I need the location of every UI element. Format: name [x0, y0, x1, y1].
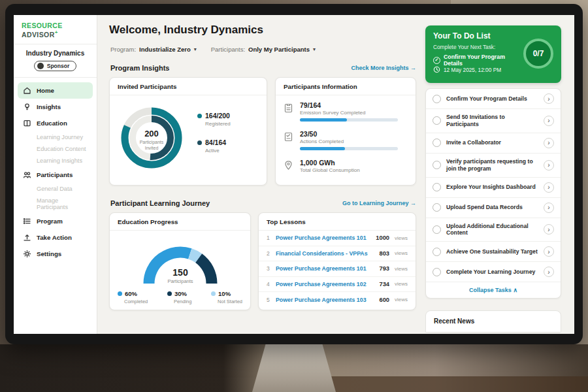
chevron-down-icon[interactable]: ▾ — [313, 46, 316, 52]
task-chevron-icon[interactable]: › — [544, 138, 554, 148]
task-checkbox[interactable] — [433, 139, 441, 147]
todo-progress-badge: 0/7 — [523, 39, 553, 69]
task-checkbox[interactable] — [433, 203, 441, 212]
sidebar-item-learning-insights[interactable]: Learning Insights — [18, 155, 93, 167]
stat-row-emission-survey: 79/164 Emission Survey Completed — [284, 101, 398, 122]
stat-value: 23/50 — [300, 130, 398, 138]
link-label: Check More Insights — [351, 65, 408, 71]
legend-label: Completed — [124, 299, 148, 304]
task-row[interactable]: Upload Spend Data Records › — [426, 198, 561, 218]
task-row[interactable]: Upload Additional Educational Content › — [426, 218, 561, 242]
logo-part-resource: RESOURCE — [22, 22, 63, 29]
stat-label: Total Global Consumption — [300, 167, 360, 173]
lesson-link[interactable]: Power Purchase Agreements 101 — [276, 235, 376, 241]
task-checkbox[interactable] — [433, 248, 441, 256]
sidebar-item-settings[interactable]: Settings — [18, 246, 93, 262]
sidebar-item-learning-journey[interactable]: Learning Journey — [18, 131, 93, 143]
sidebar-item-manage-participants[interactable]: Manage Participants — [18, 195, 93, 213]
gauge-center-value: 150 — [172, 267, 188, 278]
sidebar-item-label: Education — [37, 120, 67, 127]
lesson-rank: 3 — [267, 265, 276, 272]
task-checkbox[interactable] — [433, 95, 441, 103]
task-chevron-icon[interactable]: › — [544, 203, 554, 213]
lesson-link[interactable]: Financial Considerations - VPPAs — [276, 250, 379, 257]
task-row[interactable]: Confirm Your Program Details › — [426, 89, 561, 109]
task-chevron-icon[interactable]: › — [544, 116, 554, 126]
sidebar-item-education[interactable]: Education — [18, 115, 93, 131]
stat-row-consumption: 1,000 GWh Total Global Consumption — [284, 159, 360, 173]
task-checkbox[interactable] — [433, 116, 441, 125]
task-label: Explore Your Insights Dashboard — [446, 184, 538, 191]
stat-value: 1,000 GWh — [300, 159, 360, 167]
task-row[interactable]: Verify participants requesting to join t… — [426, 154, 561, 178]
task-checkbox[interactable] — [433, 183, 441, 191]
card-title: Top Lessons — [259, 213, 416, 231]
stat-label: Emission Survey Completed — [300, 110, 398, 116]
sponsor-badge: Sponsor — [34, 61, 76, 71]
sidebar-item-label: Participants — [37, 171, 73, 178]
lesson-views-label: views — [392, 235, 408, 241]
lesson-link[interactable]: Power Purchase Agreements 101 — [276, 265, 379, 272]
legend-value: 164/200 — [205, 112, 230, 120]
legend-value: 10% — [218, 290, 231, 297]
task-checkbox[interactable] — [433, 225, 441, 234]
sidebar-item-participants[interactable]: Participants — [18, 167, 93, 183]
lesson-views: 1000 — [376, 235, 389, 241]
check-more-insights-link[interactable]: Check More Insights → — [351, 65, 416, 71]
legend-label: Active — [205, 148, 231, 154]
task-checkbox[interactable] — [433, 268, 441, 276]
sidebar-item-take-action[interactable]: Take Action — [18, 229, 93, 246]
task-checkbox[interactable] — [433, 161, 441, 169]
sidebar-item-insights[interactable]: Insights — [18, 99, 93, 115]
lesson-link[interactable]: Power Purchase Agreements 102 — [276, 281, 379, 287]
sponsor-icon — [37, 63, 44, 69]
card-title: Education Progress — [110, 213, 250, 231]
task-label: Complete Your Learning Journey — [446, 269, 538, 276]
task-row[interactable]: Achieve One Sustainability Target › — [426, 242, 561, 262]
monitor-stand — [252, 344, 336, 392]
sidebar-item-program[interactable]: Program — [18, 213, 93, 229]
task-label: Confirm Your Program Details — [446, 95, 538, 103]
collapse-caret-icon: ∧ — [513, 287, 517, 293]
chevron-down-icon[interactable]: ▾ — [194, 46, 197, 52]
sidebar-item-education-content[interactable]: Education Content — [18, 143, 93, 155]
lesson-link[interactable]: Power Purchase Agreements 103 — [276, 297, 379, 303]
invited-participants-card: Invited Participants 200 Participants In… — [109, 77, 267, 186]
app-logo: RESOURCE ADVISOR+ — [14, 15, 97, 44]
participants-filter-dropdown[interactable]: Only My Participants — [248, 46, 310, 53]
collapse-tasks-link[interactable]: Collapse Tasks ∧ — [426, 282, 561, 298]
go-to-learning-journey-link[interactable]: Go to Learning Journey → — [342, 200, 416, 206]
task-chevron-icon[interactable]: › — [544, 93, 554, 104]
logo-part-advisor: ADVISOR — [22, 31, 55, 39]
collapse-label: Collapse Tasks — [469, 287, 512, 293]
task-chevron-icon[interactable]: › — [544, 267, 554, 277]
task-label: Invite a Collaborator — [446, 139, 538, 146]
donut-center-value: 200 — [144, 129, 159, 139]
todo-subtitle: Complete Your Next Task: — [433, 44, 495, 50]
actions-checklist-icon — [284, 131, 293, 142]
sidebar-item-home[interactable]: Home — [18, 82, 93, 99]
lesson-views-label: views — [392, 266, 408, 272]
sidebar-item-general-data[interactable]: General Data — [18, 183, 93, 195]
sidebar-item-label: Learning Insights — [37, 157, 82, 164]
task-row[interactable]: Explore Your Insights Dashboard › — [426, 178, 561, 198]
sidebar-item-label: Settings — [37, 250, 61, 257]
task-row[interactable]: Complete Your Learning Journey › — [426, 262, 561, 282]
progress-bar — [300, 118, 398, 122]
legend-item-active: 84/164 Active — [197, 139, 231, 154]
todo-next-task: ✓ Confirm Your Program Details — [433, 54, 521, 67]
lightbulb-icon — [23, 103, 31, 111]
task-chevron-icon[interactable]: › — [544, 182, 554, 193]
task-chevron-icon[interactable]: › — [544, 160, 554, 171]
sidebar-item-label: Take Action — [37, 234, 72, 241]
lesson-views-label: views — [392, 250, 408, 256]
task-row[interactable]: Invite a Collaborator › — [426, 133, 561, 154]
legend-value: 84/164 — [205, 139, 226, 146]
legend-value: 60% — [125, 290, 137, 297]
lesson-rank: 5 — [267, 297, 276, 303]
task-row[interactable]: Send 50 Invitations to Participants › — [426, 109, 561, 133]
task-chevron-icon[interactable]: › — [544, 224, 554, 235]
program-filter-dropdown[interactable]: Industrialize Zero — [139, 46, 191, 53]
todo-task-list-card: Confirm Your Program Details › Send 50 I… — [425, 88, 561, 299]
task-chevron-icon[interactable]: › — [544, 246, 554, 257]
